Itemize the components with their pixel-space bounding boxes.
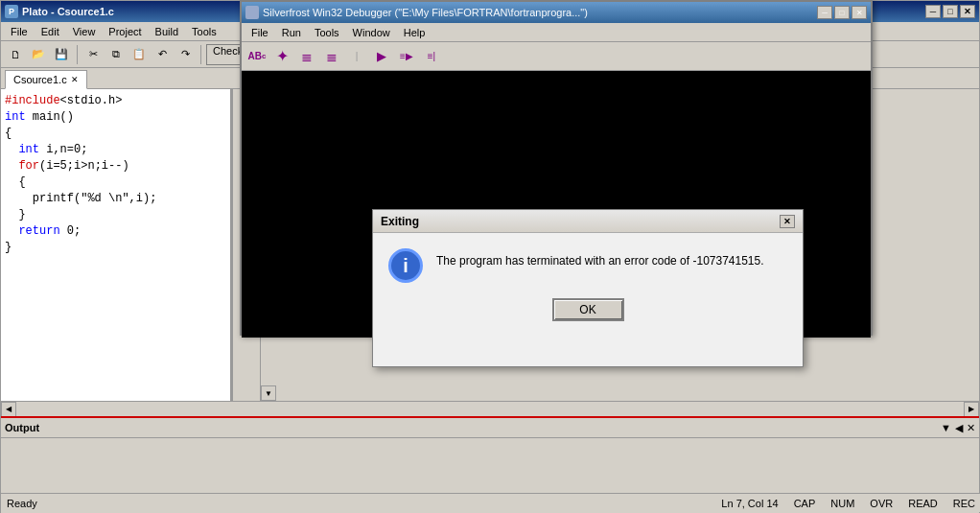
dialog-info-icon: i (388, 248, 423, 283)
dialog-content: i The program has terminated with an err… (373, 233, 803, 291)
toolbar-cut[interactable]: ✂ (82, 44, 104, 65)
dialog-message: The program has terminated with an error… (436, 248, 764, 268)
dialog-box: Exiting ✕ i The program has terminated w… (372, 209, 804, 367)
output-pin-icon[interactable]: ▼ (941, 422, 951, 434)
menu-edit[interactable]: Edit (35, 24, 65, 39)
status-rec: REC (953, 498, 975, 509)
toolbar-new[interactable]: 🗋 (5, 44, 26, 65)
sf-tool-separator: | (345, 45, 368, 68)
scroll-right-arrow[interactable]: ▶ (964, 402, 979, 417)
ide-titlebar-left: P Plato - Csource1.c (5, 5, 114, 18)
sf-menu-run[interactable]: Run (276, 25, 307, 40)
code-line-8: } (5, 207, 226, 223)
sdbg-title: Silverfrost Win32 Debugger ("E:\My Files… (263, 7, 588, 18)
code-line-3: { (5, 126, 226, 142)
sf-tool-breakpoint[interactable]: ✦ (270, 45, 293, 68)
sf-menubar: File Run Tools Window Help (242, 23, 871, 42)
ok-button[interactable]: OK (552, 298, 624, 321)
editor-scrollbar-h[interactable]: ◀ ▶ (1, 401, 979, 416)
sdbg-controls: ─ □ ✕ (817, 6, 867, 19)
code-line-4: int i,n=0; (5, 142, 226, 158)
ide-app-icon: P (5, 5, 18, 18)
sdbg-title-left: Silverfrost Win32 Debugger ("E:\My Files… (245, 6, 588, 19)
menu-file[interactable]: File (5, 24, 34, 39)
dialog-titlebar: Exiting ✕ (373, 210, 803, 233)
output-dock-icon[interactable]: ◀ (955, 422, 963, 434)
sf-tool-run[interactable]: ▶ (370, 45, 393, 68)
status-right: Ln 7, Col 14 CAP NUM OVR READ REC (721, 498, 975, 509)
sf-tool-debug1[interactable]: ≡▶ (395, 45, 418, 68)
dialog-footer: OK (373, 291, 803, 329)
status-bar: Ready Ln 7, Col 14 CAP NUM OVR READ REC (1, 493, 980, 512)
status-ready: Ready (7, 498, 37, 509)
dialog-title: Exiting (381, 215, 419, 228)
tab-label: Csource1.c (13, 74, 67, 85)
sf-menu-help[interactable]: Help (398, 25, 432, 40)
status-cap: CAP (794, 498, 816, 509)
toolbar-paste[interactable]: 📋 (128, 44, 150, 65)
ide-minimize-btn[interactable]: ─ (925, 5, 941, 18)
output-controls: ▼ ◀ ✕ (941, 422, 975, 434)
sdbg-icon (245, 6, 259, 19)
output-close-icon[interactable]: ✕ (967, 422, 975, 434)
output-header: Output ▼ ◀ ✕ (1, 416, 979, 437)
status-position: Ln 7, Col 14 (721, 498, 778, 509)
ide-titlebar-controls: ─ □ ✕ (925, 5, 975, 18)
sdbg-max-btn[interactable]: □ (834, 6, 850, 19)
sf-tool-step2[interactable]: ≣ (320, 45, 343, 68)
code-line-10: } (5, 240, 226, 256)
sdbg-titlebar: Silverfrost Win32 Debugger ("E:\My Files… (242, 2, 871, 23)
menu-view[interactable]: View (67, 24, 102, 39)
output-label: Output (5, 422, 39, 433)
ide-close-btn[interactable]: ✕ (960, 5, 975, 18)
code-line-9: return 0; (5, 223, 226, 240)
tab-close-icon[interactable]: ✕ (71, 75, 79, 84)
sf-tool-debug2[interactable]: ≡| (420, 45, 443, 68)
status-ovr: OVR (870, 498, 893, 509)
toolbar-open[interactable]: 📂 (28, 44, 49, 65)
toolbar-sep2 (200, 45, 201, 64)
code-line-7: printf("%d \n",i); (5, 191, 226, 207)
toolbar-save[interactable]: 💾 (51, 44, 72, 65)
sf-menu-window[interactable]: Window (347, 25, 396, 40)
status-read: READ (908, 498, 938, 509)
scroll-left-arrow[interactable]: ◀ (1, 402, 16, 417)
sf-toolbar: ABc ✦ ≣ ≣ | ▶ ≡▶ ≡| (242, 42, 871, 71)
sf-tool-abc[interactable]: ABc (245, 45, 268, 68)
tab-csource[interactable]: Csource1.c ✕ (5, 70, 87, 89)
code-line-2: int main() (5, 109, 226, 126)
ide-maximize-btn[interactable]: □ (943, 5, 958, 18)
code-line-1: #include<stdio.h> (5, 93, 226, 109)
toolbar-sep1 (77, 45, 78, 64)
status-num: NUM (830, 498, 854, 509)
code-line-6: { (5, 175, 226, 191)
dialog-close-btn[interactable]: ✕ (780, 215, 795, 228)
toolbar-undo[interactable]: ↶ (152, 44, 173, 65)
menu-project[interactable]: Project (103, 24, 147, 39)
toolbar-redo[interactable]: ↷ (175, 44, 196, 65)
sf-tool-step1[interactable]: ≣ (295, 45, 318, 68)
menu-build[interactable]: Build (150, 24, 184, 39)
sdbg-min-btn[interactable]: ─ (817, 6, 832, 19)
sf-menu-file[interactable]: File (245, 25, 274, 40)
menu-tools[interactable]: Tools (186, 24, 222, 39)
ide-title: Plato - Csource1.c (22, 6, 114, 17)
code-editor[interactable]: #include<stdio.h> int main() { int i,n=0… (1, 89, 231, 401)
code-line-5: for(i=5;i>n;i--) (5, 158, 226, 175)
scroll-down-arrow[interactable]: ▼ (261, 385, 276, 401)
toolbar-copy[interactable]: ⧉ (105, 44, 127, 65)
sf-menu-tools[interactable]: Tools (309, 25, 345, 40)
sdbg-close-btn[interactable]: ✕ (852, 6, 867, 19)
